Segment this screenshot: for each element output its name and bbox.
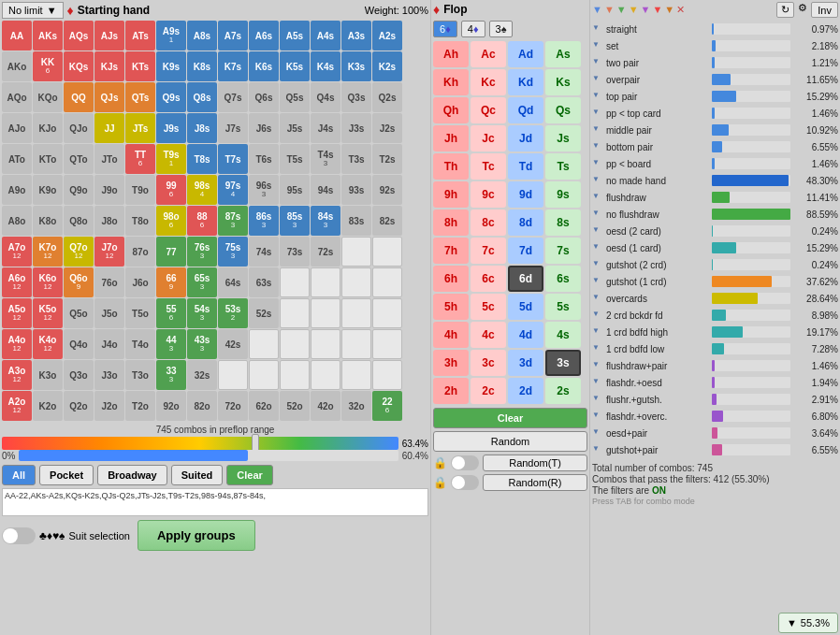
apply-groups-button[interactable]: Apply groups	[138, 520, 255, 551]
hand-cell[interactable]: T3o	[125, 360, 155, 390]
hand-cell[interactable]: 73s	[280, 237, 310, 267]
hand-cell[interactable]: A5o12	[2, 298, 32, 328]
hand-cell[interactable]: 64s	[218, 267, 248, 297]
hand-cell[interactable]: ATo	[2, 144, 32, 174]
hand-cell[interactable]: QTs	[125, 82, 155, 112]
hand-cell[interactable]: 98o6	[156, 206, 186, 236]
card-5d[interactable]: 5d	[508, 294, 543, 320]
hand-cell[interactable]: J9s	[156, 113, 186, 143]
filter-icon-4[interactable]: ▼	[629, 4, 639, 16]
hand-cell[interactable]: A6o12	[2, 267, 32, 297]
hand-cell[interactable]: 77	[156, 237, 186, 267]
hand-cell[interactable]: Q8s	[187, 82, 217, 112]
hand-cell[interactable]: 85s3	[280, 206, 310, 236]
suit-btn-6d[interactable]: 6♦	[433, 21, 457, 37]
flop-random-button[interactable]: Random	[433, 431, 587, 452]
card-Ks[interactable]: Ks	[545, 69, 581, 95]
hand-cell[interactable]: Q6s	[249, 82, 279, 112]
hand-cell[interactable]: J2s	[372, 113, 402, 143]
card-8d[interactable]: 8d	[508, 209, 543, 236]
flop-clear-button[interactable]: Clear	[433, 408, 587, 428]
card-Ah[interactable]: Ah	[433, 41, 469, 67]
hand-cell[interactable]: 43s3	[187, 329, 217, 359]
hand-cell[interactable]: Q4o	[64, 329, 94, 359]
hand-cell[interactable]: K5s	[280, 51, 310, 81]
hand-cell[interactable]: A7s	[218, 21, 248, 51]
card-5h[interactable]: 5h	[433, 294, 469, 320]
hand-cell[interactable]: 54s3	[187, 298, 217, 328]
hand-cell[interactable]: 63s	[249, 267, 279, 297]
hand-cell[interactable]: 886	[187, 206, 217, 236]
card-7c[interactable]: 7c	[471, 238, 506, 264]
card-Tc[interactable]: Tc	[471, 153, 506, 180]
hand-range-text[interactable]: AA-22,AKs-A2s,KQs-K2s,QJs-Q2s,JTs-J2s,T9…	[2, 488, 428, 516]
stat-filter-icon[interactable]: ▼	[592, 411, 603, 422]
card-5s[interactable]: 5s	[545, 294, 581, 320]
card-2c[interactable]: 2c	[471, 378, 506, 404]
lock-toggle-R[interactable]	[451, 475, 479, 490]
suit-btn-3s[interactable]: 3♠	[489, 21, 514, 37]
filter-icon-1[interactable]: ▼	[592, 4, 602, 16]
hand-cell[interactable]: T5o	[125, 298, 155, 328]
range-slider[interactable]	[2, 437, 398, 450]
hand-cell[interactable]: 76s3	[187, 237, 217, 267]
hand-cell[interactable]: A9s1	[156, 21, 186, 51]
hand-cell[interactable]: Q3o	[64, 360, 94, 390]
hand-cell[interactable]: T4o	[125, 329, 155, 359]
hand-cell[interactable]: J5o	[94, 298, 124, 328]
card-6h[interactable]: 6h	[433, 266, 469, 292]
hand-cell[interactable]: A2s	[372, 21, 402, 51]
hand-cell[interactable]: T8s	[187, 144, 217, 174]
card-Jc[interactable]: Jc	[471, 125, 506, 152]
hand-cell[interactable]: J4o	[94, 329, 124, 359]
hand-cell[interactable]: 93s	[341, 175, 371, 205]
hand-cell[interactable]: AKo	[2, 51, 32, 81]
card-2s[interactable]: 2s	[545, 378, 581, 404]
hand-cell[interactable]: A4o12	[2, 329, 32, 359]
card-9c[interactable]: 9c	[471, 181, 506, 208]
hand-cell[interactable]: Q6o9	[64, 267, 94, 297]
hand-cell[interactable]: Q3s	[341, 82, 371, 112]
suited-button[interactable]: Suited	[171, 465, 224, 485]
clear-button[interactable]: Clear	[226, 465, 273, 485]
hand-cell[interactable]: 226	[372, 391, 402, 421]
stat-filter-icon[interactable]: ▼	[592, 360, 603, 371]
card-Td[interactable]: Td	[508, 153, 543, 180]
flop-randomT-button[interactable]: Random(T)	[483, 455, 587, 471]
filter-icon-3[interactable]: ▼	[616, 4, 627, 16]
hand-cell[interactable]: K7s	[218, 51, 248, 81]
hand-cell[interactable]: 52s	[249, 298, 279, 328]
filter-icon-5[interactable]: ▼	[641, 4, 651, 16]
hand-cell[interactable]: K9o	[33, 175, 63, 205]
card-8s[interactable]: 8s	[545, 209, 581, 236]
inv-button[interactable]: Inv	[811, 2, 838, 18]
hand-cell[interactable]: QTo	[64, 144, 94, 174]
card-9h[interactable]: 9h	[433, 181, 469, 208]
card-As[interactable]: As	[545, 41, 581, 67]
stat-filter-icon[interactable]: ▼	[592, 259, 603, 270]
card-5c[interactable]: 5c	[471, 294, 506, 320]
card-4s[interactable]: 4s	[545, 322, 581, 348]
stat-filter-icon[interactable]: ▼	[592, 242, 603, 253]
hand-cell[interactable]: K6o12	[33, 267, 63, 297]
stat-filter-icon[interactable]: ▼	[592, 326, 603, 338]
card-7h[interactable]: 7h	[433, 238, 469, 264]
hand-cell[interactable]: T8o	[125, 206, 155, 236]
hand-cell[interactable]: AJo	[2, 113, 32, 143]
hand-cell[interactable]: 87o	[125, 237, 155, 267]
pocket-button[interactable]: Pocket	[39, 465, 94, 485]
stat-filter-icon[interactable]: ▼	[592, 91, 603, 102]
stat-filter-icon[interactable]: ▼	[592, 124, 603, 136]
hand-cell[interactable]: A3s	[341, 21, 371, 51]
hand-cell[interactable]: 82s	[372, 206, 402, 236]
hand-cell[interactable]: 42s	[218, 329, 248, 359]
hand-cell[interactable]: A9o	[2, 175, 32, 205]
hand-cell[interactable]: K3o	[33, 360, 63, 390]
hand-cell[interactable]: 82o	[187, 391, 217, 421]
hand-cell[interactable]: K5o12	[33, 298, 63, 328]
hand-cell[interactable]: 92s	[372, 175, 402, 205]
card-6c[interactable]: 6c	[471, 266, 506, 292]
stat-filter-icon[interactable]: ▼	[592, 40, 603, 51]
stat-filter-icon[interactable]: ▼	[592, 57, 603, 68]
card-3c[interactable]: 3c	[471, 350, 506, 376]
